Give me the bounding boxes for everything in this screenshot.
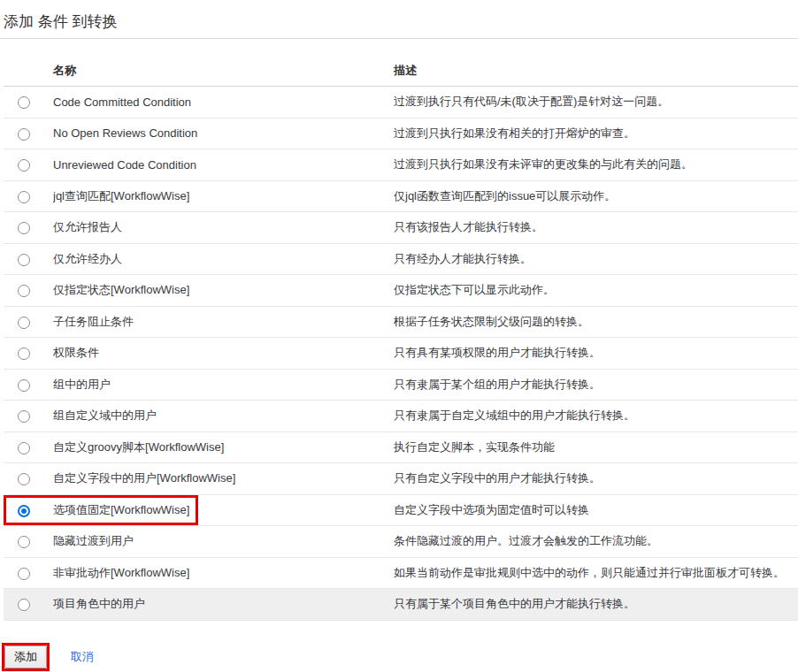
- table-row[interactable]: 自定义groovy脚本[WorkflowWise]执行自定义脚本，实现条件功能: [4, 432, 798, 464]
- condition-description: 只有自定义字段中的用户才能执行转换。: [394, 470, 798, 486]
- radio-cell: [18, 346, 53, 360]
- condition-name: Code Committed Condition: [53, 95, 394, 109]
- condition-description: 自定义字段中选项为固定值时可以转换: [394, 502, 798, 518]
- condition-name: 隐藏过渡到用户: [53, 533, 394, 549]
- condition-description: 只有经办人才能执行转换。: [394, 251, 798, 267]
- name-column-header: 名称: [53, 63, 394, 79]
- radio-cell: [18, 126, 53, 141]
- condition-name: 仅指定状态[WorkflowWise]: [53, 282, 394, 298]
- footer-actions: 添加 取消: [2, 643, 798, 671]
- radio-cell: [18, 157, 53, 172]
- radio-button[interactable]: [18, 128, 30, 141]
- radio-button[interactable]: [18, 599, 30, 611]
- radio-button[interactable]: [18, 222, 30, 234]
- condition-name: 自定义字段中的用户[WorkflowWise]: [53, 470, 394, 486]
- radio-cell: [18, 503, 53, 517]
- table-row[interactable]: Unreviewed Code Condition过渡到只执行如果没有未评审的更…: [4, 149, 798, 181]
- table-row[interactable]: 仅允许报告人只有该报告人才能执行转换。: [4, 212, 798, 244]
- radio-cell: [18, 409, 53, 423]
- table-row[interactable]: 项目角色中的用户只有属于某个项目角色中的用户才能执行转换。: [4, 589, 798, 621]
- table-row[interactable]: No Open Reviews Condition过渡到只执行如果没有相关的打开…: [4, 118, 798, 150]
- radio-button[interactable]: [18, 442, 30, 454]
- radio-button[interactable]: [18, 410, 30, 423]
- add-button[interactable]: 添加: [4, 645, 47, 668]
- condition-name: Unreviewed Code Condition: [53, 158, 394, 172]
- condition-description: 如果当前动作是审批规则中选中的动作，则只能通过并行审批面板才可转换。: [394, 565, 798, 581]
- condition-name: 仅允许经办人: [53, 251, 394, 267]
- condition-name: 权限条件: [53, 345, 394, 361]
- table-row[interactable]: 非审批动作[WorkflowWise]如果当前动作是审批规则中选中的动作，则只能…: [4, 558, 798, 590]
- radio-button[interactable]: [18, 191, 30, 203]
- radio-button[interactable]: [18, 159, 30, 172]
- page-title: 添加 条件 到转换: [4, 11, 798, 32]
- condition-name: 项目角色中的用户: [53, 596, 394, 612]
- table-row[interactable]: 选项值固定[WorkflowWise]自定义字段中选项为固定值时可以转换: [4, 495, 798, 527]
- cancel-link[interactable]: 取消: [71, 649, 94, 665]
- condition-description: 条件隐藏过渡的用户。过渡才会触发的工作流功能。: [394, 533, 798, 549]
- condition-description: 只有具有某项权限的用户才能执行转换。: [394, 345, 798, 361]
- radio-cell: [18, 534, 53, 548]
- table-row[interactable]: 自定义字段中的用户[WorkflowWise]只有自定义字段中的用户才能执行转换…: [4, 463, 798, 495]
- radio-cell: [18, 378, 53, 392]
- condition-name: 仅允许报告人: [53, 219, 394, 235]
- table-row[interactable]: 隐藏过渡到用户条件隐藏过渡的用户。过渡才会触发的工作流功能。: [4, 526, 798, 558]
- radio-button[interactable]: [18, 379, 30, 392]
- radio-cell: [18, 315, 53, 329]
- radio-button[interactable]: [18, 536, 30, 548]
- description-column-header: 描述: [394, 63, 798, 79]
- radio-cell: [18, 189, 53, 203]
- condition-name: 组自定义域中的用户: [53, 408, 394, 424]
- condition-description: 执行自定义脚本，实现条件功能: [394, 439, 798, 455]
- condition-description: 只有属于某个项目角色中的用户才能执行转换。: [394, 596, 798, 612]
- condition-name: 组中的用户: [53, 377, 394, 393]
- table-row[interactable]: Code Committed Condition过渡到执行只有代码/未(取决于配…: [4, 87, 798, 118]
- condition-description: 只有隶属于自定义域组中的用户才能执行转换。: [394, 408, 798, 424]
- radio-cell: [18, 566, 53, 580]
- radio-button[interactable]: [18, 568, 30, 580]
- condition-name: 选项值固定[WorkflowWise]: [53, 502, 394, 518]
- table-row[interactable]: 子任务阻止条件根据子任务状态限制父级问题的转换。: [4, 307, 798, 339]
- condition-name: 非审批动作[WorkflowWise]: [53, 565, 394, 581]
- annotation-red-box: 添加: [2, 643, 50, 671]
- table-row[interactable]: 组中的用户只有隶属于某个组的用户才能执行转换。: [4, 370, 798, 401]
- condition-description: 根据子任务状态限制父级问题的转换。: [394, 314, 798, 330]
- radio-cell: [18, 597, 53, 611]
- radio-button[interactable]: [18, 317, 30, 329]
- radio-button[interactable]: [18, 96, 30, 109]
- table-body: Code Committed Condition过渡到执行只有代码/未(取决于配…: [4, 87, 798, 621]
- radio-cell: [18, 283, 53, 297]
- conditions-table: 名称 描述 Code Committed Condition过渡到执行只有代码/…: [4, 55, 798, 621]
- radio-cell: [18, 95, 53, 109]
- radio-cell: [18, 440, 53, 454]
- condition-name: 自定义groovy脚本[WorkflowWise]: [53, 439, 394, 455]
- table-header-row: 名称 描述: [4, 55, 798, 87]
- condition-description: 仅指定状态下可以显示此动作。: [394, 282, 798, 298]
- radio-cell: [18, 471, 53, 485]
- table-row[interactable]: 组自定义域中的用户只有隶属于自定义域组中的用户才能执行转换。: [4, 401, 798, 432]
- radio-button[interactable]: [18, 285, 30, 297]
- condition-description: 过渡到只执行如果没有未评审的更改集的与此有关的问题。: [394, 157, 798, 172]
- radio-cell: [18, 220, 53, 234]
- condition-description: 仅jql函数查询匹配到的issue可以展示动作。: [394, 188, 798, 204]
- table-row[interactable]: jql查询匹配[WorkflowWise]仅jql函数查询匹配到的issue可以…: [4, 181, 798, 213]
- radio-cell: [18, 252, 53, 266]
- table-row[interactable]: 仅指定状态[WorkflowWise]仅指定状态下可以显示此动作。: [4, 275, 798, 307]
- add-condition-page: 添加 条件 到转换 名称 描述 Code Committed Condition…: [0, 0, 798, 671]
- table-row[interactable]: 权限条件只有具有某项权限的用户才能执行转换。: [4, 338, 798, 370]
- condition-description: 只有隶属于某个组的用户才能执行转换。: [394, 377, 798, 393]
- condition-name: No Open Reviews Condition: [53, 126, 394, 140]
- condition-description: 过渡到只执行如果没有相关的打开熔炉的审查。: [394, 126, 798, 141]
- radio-button[interactable]: [18, 254, 30, 266]
- condition-name: jql查询匹配[WorkflowWise]: [53, 188, 394, 204]
- condition-description: 只有该报告人才能执行转换。: [394, 219, 798, 235]
- radio-button[interactable]: [18, 505, 30, 517]
- table-row[interactable]: 仅允许经办人只有经办人才能执行转换。: [4, 244, 798, 276]
- radio-button[interactable]: [18, 473, 30, 485]
- condition-description: 过渡到执行只有代码/未(取决于配置)是针对这一问题。: [394, 94, 798, 110]
- radio-button[interactable]: [18, 347, 30, 360]
- title-block: 添加 条件 到转换: [0, 0, 798, 39]
- condition-name: 子任务阻止条件: [53, 314, 394, 330]
